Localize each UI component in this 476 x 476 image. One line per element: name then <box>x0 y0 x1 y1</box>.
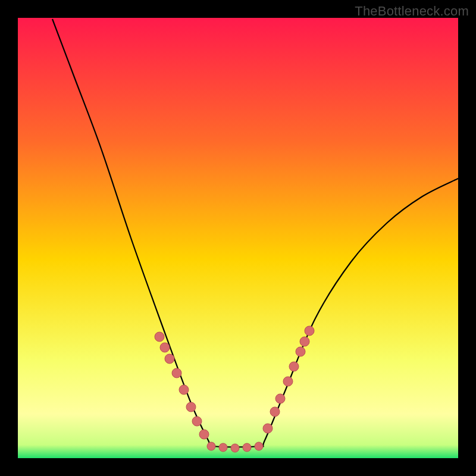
curve-marker <box>179 385 189 394</box>
curve-marker <box>186 402 196 412</box>
curve-marker <box>160 343 170 352</box>
curve-marker <box>243 443 251 452</box>
curve-marker <box>283 377 293 386</box>
chart-frame: TheBottleneck.com <box>0 0 476 476</box>
curve-marker <box>192 416 202 426</box>
curve-marker <box>155 332 164 342</box>
curve-marker <box>219 443 227 452</box>
curve-marker <box>289 362 299 371</box>
curve-marker <box>300 337 309 346</box>
curve-marker <box>231 444 239 452</box>
curve-marker <box>296 347 305 356</box>
watermark-text: TheBottleneck.com <box>355 4 469 19</box>
curve-marker <box>305 326 314 336</box>
curve-marker <box>263 424 273 433</box>
curve-marker <box>199 430 209 439</box>
curve-marker <box>275 394 285 403</box>
curve-marker <box>255 442 263 450</box>
gradient-background <box>18 18 458 458</box>
curve-marker <box>270 407 280 416</box>
curve-marker <box>207 442 215 450</box>
bottleneck-chart-svg <box>18 18 458 458</box>
curve-marker <box>165 354 174 364</box>
curve-marker <box>172 368 181 378</box>
plot-area <box>18 18 458 458</box>
